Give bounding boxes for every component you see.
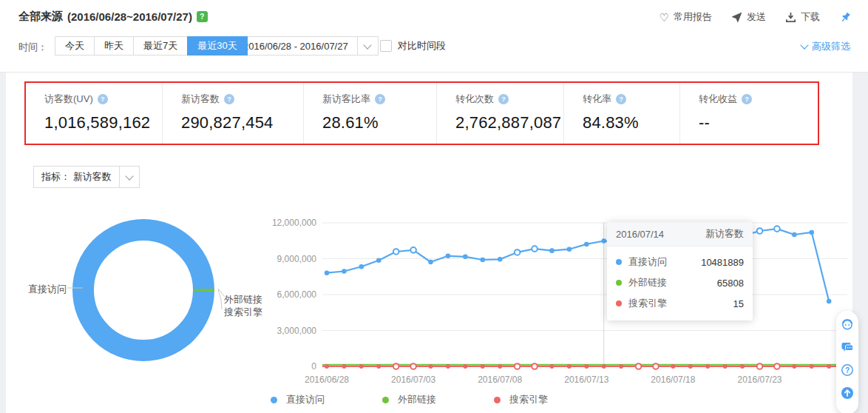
- chart-tooltip: 2016/07/14 新访客数 直接访问 10481889 外部链接 65808…: [607, 222, 753, 320]
- legend-item-direct[interactable]: 直接访问: [271, 393, 325, 406]
- line-chart: 03,000,0006,000,0009,000,00012,000,00020…: [272, 218, 847, 385]
- pie-slice-direct: [84, 230, 204, 351]
- chart-legend: 直接访问 外部链接 搜索引擎: [271, 393, 606, 406]
- help-button[interactable]: ?: [841, 363, 854, 377]
- pie-label-search: 搜索引擎: [224, 306, 262, 319]
- tooltip-date: 2016/07/14: [616, 229, 664, 240]
- tooltip-row-search: 搜索引擎 15: [616, 293, 744, 314]
- legend-item-external[interactable]: 外部链接: [382, 393, 436, 406]
- legend-dot-icon: [382, 397, 389, 403]
- pie-label-direct: 直接访问: [28, 283, 67, 296]
- tooltip-metric: 新访客数: [705, 227, 744, 241]
- tooltip-header: 2016/07/14 新访客数: [607, 222, 753, 246]
- svg-text:2016/06/28: 2016/06/28: [305, 375, 349, 385]
- tab-last-30-days[interactable]: 最近30天: [187, 36, 247, 56]
- arrow-up-icon: [841, 386, 854, 400]
- series-dot-icon: [616, 280, 622, 286]
- chat-bubbles-icon: [841, 340, 854, 354]
- svg-text:3,000,000: 3,000,000: [277, 326, 317, 336]
- back-to-top-button[interactable]: [841, 386, 854, 400]
- headset-icon: [841, 318, 854, 331]
- svg-text:2016/07/08: 2016/07/08: [478, 375, 522, 385]
- svg-text:?: ?: [845, 366, 850, 375]
- legend-item-search[interactable]: 搜索引擎: [494, 393, 548, 406]
- svg-text:9,000,000: 9,000,000: [277, 254, 317, 264]
- feedback-button[interactable]: [841, 340, 854, 354]
- floating-toolbar: ?: [836, 311, 858, 413]
- series-dot-icon: [616, 259, 622, 265]
- donut-chart: [67, 230, 225, 351]
- customer-service-button[interactable]: [841, 318, 854, 331]
- svg-text:2016/07/18: 2016/07/18: [651, 375, 695, 385]
- tooltip-body: 直接访问 10481889 外部链接 65808 搜索引擎 15: [607, 246, 753, 320]
- legend-dot-icon: [494, 397, 501, 403]
- svg-text:2016/07/23: 2016/07/23: [737, 375, 781, 385]
- svg-text:2016/07/13: 2016/07/13: [564, 375, 608, 385]
- legend-dot-icon: [271, 397, 277, 403]
- charts-canvas[interactable]: 03,000,0006,000,0009,000,00012,000,00020…: [0, 0, 868, 413]
- tooltip-row-direct: 直接访问 10481889: [616, 252, 744, 272]
- svg-text:0: 0: [311, 361, 316, 372]
- pie-label-external: 外部链接: [224, 293, 262, 306]
- analytics-page: 全部来源 (2016/06/28~2016/07/27) ? ♡ 常用报告 发送…: [0, 0, 868, 413]
- series-direct-line: [327, 229, 829, 301]
- question-circle-icon: ?: [841, 363, 854, 377]
- tooltip-row-external: 外部链接 65808: [616, 272, 744, 293]
- svg-text:6,000,000: 6,000,000: [277, 289, 317, 300]
- svg-text:12,000,000: 12,000,000: [272, 218, 316, 228]
- svg-text:2016/07/03: 2016/07/03: [391, 375, 435, 385]
- series-dot-icon: [616, 300, 622, 306]
